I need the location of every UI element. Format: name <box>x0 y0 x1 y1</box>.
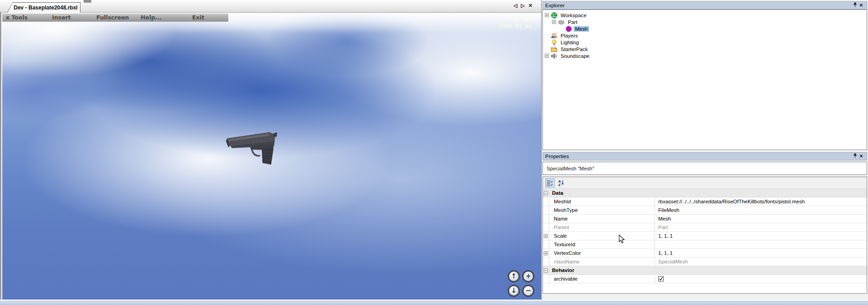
property-row-classname[interactable]: classNameSpecialMesh <box>543 258 867 266</box>
property-row-meshtype[interactable]: MeshTypeFileMesh <box>543 206 867 215</box>
close-icon[interactable]: ✕ <box>858 2 864 9</box>
property-name: Parent <box>549 223 655 231</box>
properties-body: A Z −DataMeshIdrbxasset://../../../share… <box>542 177 867 294</box>
nav-forward-icon[interactable]: ▷ <box>521 2 524 9</box>
property-row-parent[interactable]: ParentPart <box>543 223 867 232</box>
row-margin <box>543 215 549 223</box>
property-name: Data <box>549 189 655 197</box>
property-name: TextureId <box>549 240 655 249</box>
property-name: Behavior <box>549 266 655 274</box>
tree-item-label: StarterPack <box>559 47 589 52</box>
categorized-view-button[interactable] <box>545 178 555 188</box>
tree-item-label: Part <box>566 19 579 25</box>
pin-icon[interactable] <box>852 2 858 9</box>
bottom-edge-strip <box>0 301 868 305</box>
menu-item-fullscreen[interactable]: Fullscreen <box>96 14 129 21</box>
selection-info: SpecialMesh "Mesh" <box>542 162 867 175</box>
document-tab[interactable]: Dev - Baseplate2048.rbxl <box>7 2 80 13</box>
players-icon <box>551 32 557 39</box>
zoom-out-button[interactable]: − <box>522 285 534 297</box>
property-value[interactable]: FileMesh <box>655 207 867 213</box>
property-row-meshid[interactable]: MeshIdrbxasset://../../../shareddata/Ris… <box>543 197 867 206</box>
camera-up-button[interactable]: ↑ <box>508 270 520 282</box>
zoom-in-button[interactable]: + <box>522 270 534 282</box>
menu-item-insert[interactable]: Insert <box>52 14 71 21</box>
row-margin: − <box>543 189 549 197</box>
3d-viewport[interactable]: x ToolsInsertFullscreenHelp...Exit 0 fps… <box>2 13 541 300</box>
tree-expander[interactable]: + <box>545 13 549 17</box>
row-margin <box>543 240 549 249</box>
background-window-notch <box>84 0 91 3</box>
explorer-tree: +Workspace+PartMeshPlayersLightingStarte… <box>542 9 867 150</box>
document-tab-title: Dev - Baseplate2048.rbxl <box>8 3 80 13</box>
property-row-textureid[interactable]: TextureId <box>543 240 867 249</box>
menu-item-exit[interactable]: Exit <box>192 14 204 21</box>
property-name: MeshType <box>549 206 655 214</box>
explorer-header[interactable]: Explorer ✕ <box>542 1 867 9</box>
workspace-icon <box>551 12 557 19</box>
tree-expander[interactable]: + <box>545 54 549 58</box>
menu-item-xtools[interactable]: x Tools <box>6 14 28 21</box>
property-row-scale[interactable]: +Scale1, 1, 1 <box>543 232 867 240</box>
property-value[interactable] <box>655 276 867 282</box>
nav-back-icon[interactable]: ◁ <box>514 2 517 9</box>
row-margin <box>543 206 549 214</box>
sidebar-item-players[interactable]: Players <box>543 32 867 39</box>
properties-header[interactable]: Properties ✕ <box>542 152 867 160</box>
row-margin <box>543 258 549 266</box>
camera-controls: ↑+↓− <box>508 270 538 297</box>
frame-time: 2009.91 ms <box>498 23 532 30</box>
document-tab-bar: Dev - Baseplate2048.rbxl ◁▷✕ <box>0 0 541 13</box>
property-value[interactable]: 1, 1, 1 <box>655 233 867 239</box>
soundscape-icon <box>551 52 557 59</box>
archivable-checkbox[interactable] <box>658 276 664 282</box>
explorer-title: Explorer <box>545 3 565 8</box>
dock-panel-area: Explorer ✕ +Workspace+PartMeshPlayersLig… <box>541 0 868 305</box>
property-value[interactable]: SpecialMesh <box>655 259 867 264</box>
ingame-menu-bar: x ToolsInsertFullscreenHelp...Exit <box>2 14 228 22</box>
tree-item-label: Mesh <box>574 26 589 32</box>
property-value[interactable]: rbxasset://../../../shareddata/RiseOfThe… <box>655 199 867 204</box>
row-margin <box>543 223 549 231</box>
tree-item-label: Lighting <box>559 40 580 45</box>
properties-grid: −DataMeshIdrbxasset://../../../shareddat… <box>543 189 867 283</box>
sidebar-item-soundscape[interactable]: +Soundscape <box>543 52 867 59</box>
row-margin: + <box>543 232 549 240</box>
menu-item-help[interactable]: Help... <box>141 14 161 21</box>
sidebar-item-mesh[interactable]: Mesh <box>543 25 867 32</box>
properties-title: Properties <box>545 154 569 159</box>
tab-nav-buttons: ◁▷✕ <box>514 2 533 9</box>
sidebar-item-workspace[interactable]: +Workspace <box>543 12 867 19</box>
collapse-icon[interactable]: − <box>544 191 548 195</box>
property-name: Name <box>549 215 655 223</box>
tree-item-label: Workspace <box>559 13 588 18</box>
property-name: MeshId <box>549 197 655 206</box>
property-name: className <box>549 258 655 266</box>
property-row-vertexcolor[interactable]: +VertexColor1, 1, 1 <box>543 249 867 258</box>
row-margin <box>543 197 549 206</box>
part-icon <box>558 19 565 25</box>
property-name: Scale <box>549 232 655 240</box>
property-row-name[interactable]: NameMesh <box>543 215 867 223</box>
camera-down-button[interactable]: ↓ <box>508 285 520 297</box>
tree-expander[interactable]: + <box>552 20 556 24</box>
expand-icon[interactable]: + <box>544 234 548 238</box>
collapse-icon[interactable]: − <box>544 268 548 272</box>
sidebar-item-lighting[interactable]: Lighting <box>543 39 867 46</box>
alphabetical-sort-button[interactable]: A Z <box>557 178 566 188</box>
pin-icon[interactable] <box>852 153 858 160</box>
sidebar-item-part[interactable]: +Part <box>543 19 867 25</box>
property-value[interactable]: 1, 1, 1 <box>655 250 867 256</box>
expand-icon[interactable]: + <box>544 251 548 255</box>
sidebar-item-starterpack[interactable]: StarterPack <box>543 46 867 52</box>
property-row-archivable[interactable]: archivable <box>543 275 867 283</box>
close-icon[interactable]: ✕ <box>858 153 864 160</box>
property-value[interactable]: Mesh <box>655 216 867 221</box>
close-icon[interactable]: ✕ <box>528 2 533 9</box>
property-value[interactable]: Part <box>655 225 867 230</box>
properties-toolbar: A Z <box>543 177 867 189</box>
lighting-icon <box>551 39 557 46</box>
mesh-icon <box>565 25 572 32</box>
svg-text:Z: Z <box>558 183 561 187</box>
pistol-mesh-object[interactable] <box>222 128 285 168</box>
